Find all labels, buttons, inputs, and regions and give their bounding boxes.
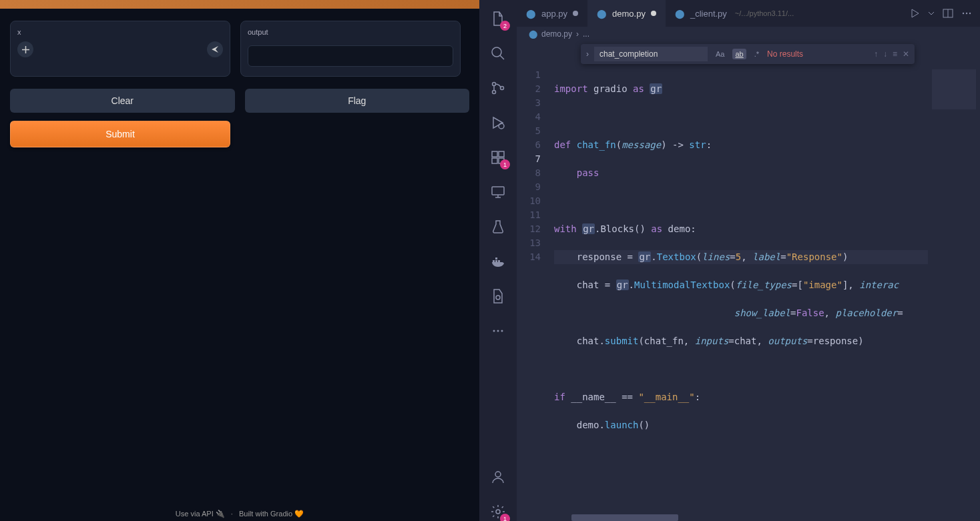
multimodal-input-row[interactable] [17,41,223,57]
minimap[interactable] [928,67,980,521]
output-textarea[interactable] [248,45,453,67]
svg-rect-5 [492,151,497,157]
svg-point-0 [492,47,501,57]
output-card: output [240,21,461,77]
svg-point-14 [496,296,500,300]
settings-sync-icon[interactable] [489,287,507,306]
regex-toggle[interactable]: .* [752,49,762,59]
run-debug-icon[interactable] [489,113,507,132]
svg-rect-10 [493,260,495,262]
minimap-viewport [932,69,976,109]
line-gutter: 123456 78910 11121314 [517,67,554,521]
tab-bar: ⬤ app.py ⬤ demo.py ⬤ _client.py ~/.../py… [517,0,980,27]
explorer-badge: 2 [500,21,510,31]
settings-badge: 1 [500,514,510,521]
find-prev-icon[interactable]: ↑ [874,49,878,59]
python-icon: ⬤ [597,9,607,19]
python-icon: ⬤ [529,29,537,39]
svg-rect-7 [492,158,497,163]
horizontal-scrollbar[interactable] [571,514,678,521]
chevron-right-icon: › [576,29,579,39]
explorer-icon[interactable]: 2 [489,9,507,28]
svg-point-21 [963,13,964,14]
svg-point-18 [495,472,501,477]
svg-rect-12 [498,260,500,262]
split-editor-icon[interactable] [943,8,953,19]
svg-point-23 [969,13,971,14]
extensions-badge: 1 [500,159,510,169]
code-editor[interactable]: 123456 78910 11121314 import gradio as g… [517,67,980,521]
tab-demo-py[interactable]: ⬤ demo.py [587,0,666,27]
editor-title-actions [909,0,980,27]
svg-rect-13 [495,257,497,259]
plus-icon [22,46,29,53]
gradio-preview: x output Clear Flag Submit Use via API 🔌… [0,0,479,521]
match-case-toggle[interactable]: Aa [713,49,727,59]
find-expand-icon[interactable]: › [586,49,589,59]
tab-sublabel: ~/.../python3.11/... [735,9,794,17]
api-link[interactable]: Use via API 🔌 [176,510,225,518]
extensions-icon[interactable]: 1 [489,148,507,167]
tab-label: _client.py [690,9,727,19]
find-widget: › Aa ab .* No results ↑ ↓ ≡ ✕ [581,44,915,64]
clear-button[interactable]: Clear [10,89,235,113]
find-input[interactable] [594,47,708,61]
browser-theme-bar [0,0,479,9]
find-results: No results [767,49,869,59]
find-selection-icon[interactable]: ≡ [893,49,897,59]
python-icon: ⬤ [526,9,536,19]
accounts-icon[interactable] [489,468,507,486]
tab-label: app.py [541,9,567,19]
svg-rect-9 [492,187,504,195]
input-card-x: x [10,21,230,77]
output-label: output [248,28,453,36]
svg-point-16 [497,330,499,332]
docker-icon[interactable] [489,252,507,271]
vscode-window: 2 1 [479,0,980,521]
svg-point-4 [499,123,504,129]
settings-gear-icon[interactable]: 1 [489,502,507,521]
send-icon [211,45,219,53]
search-icon[interactable] [489,44,507,63]
send-button[interactable] [207,41,223,57]
breadcrumb[interactable]: ⬤ demo.py › ... [517,27,980,41]
svg-point-15 [493,330,495,332]
svg-point-19 [496,510,500,514]
code-content[interactable]: import gradio as gr def chat_fn(message)… [554,67,928,521]
tab-label: demo.py [612,9,646,19]
editor-area: ⬤ app.py ⬤ demo.py ⬤ _client.py ~/.../py… [517,0,980,521]
remote-icon[interactable] [489,183,507,201]
testing-icon[interactable] [489,217,507,236]
run-icon[interactable] [909,8,920,19]
svg-point-22 [966,13,967,14]
more-icon[interactable] [489,322,507,340]
submit-button[interactable]: Submit [10,121,230,147]
input-label: x [17,28,223,36]
source-control-icon[interactable] [489,79,507,97]
activity-bar: 2 1 [479,0,517,521]
svg-point-1 [493,83,496,86]
tab-client-py[interactable]: ⬤ _client.py ~/.../python3.11/... [666,0,803,27]
find-next-icon[interactable]: ↓ [883,49,887,59]
close-icon[interactable]: ✕ [903,49,909,59]
svg-point-2 [493,91,496,94]
gradio-form: x output [0,9,479,89]
more-icon[interactable] [961,8,972,19]
whole-word-toggle[interactable]: ab [732,49,746,59]
python-icon: ⬤ [675,9,685,19]
footer-sep: · [231,510,233,518]
button-row: Clear Flag [0,89,479,113]
svg-point-17 [501,330,503,332]
breadcrumb-rest: ... [583,29,589,39]
dirty-dot-icon [651,11,656,16]
svg-rect-11 [495,260,497,262]
breadcrumb-file: demo.py [541,29,572,39]
flag-button[interactable]: Flag [245,89,470,113]
tab-app-py[interactable]: ⬤ app.py [517,0,587,27]
built-with-link[interactable]: Built with Gradio 🧡 [239,510,304,518]
gradio-footer: Use via API 🔌 · Built with Gradio 🧡 [0,507,479,521]
upload-button[interactable] [17,41,33,57]
dirty-dot-icon [573,11,578,16]
chevron-down-icon[interactable] [928,10,935,17]
svg-rect-6 [499,151,504,157]
